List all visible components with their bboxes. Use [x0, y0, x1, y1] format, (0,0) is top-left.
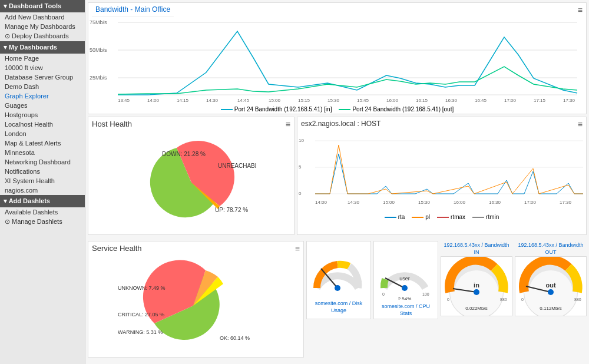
svg-text:15:30: 15:30	[327, 98, 340, 103]
svg-text:16:30: 16:30	[445, 98, 458, 103]
sidebar-item-xisystem[interactable]: XI System Health	[0, 176, 85, 186]
sidebar-item-map[interactable]: Map & Latest Alerts	[0, 138, 85, 148]
svg-text:14:00: 14:00	[147, 98, 160, 103]
svg-text:14:15: 14:15	[177, 98, 189, 103]
svg-text:17:15: 17:15	[534, 98, 546, 103]
sidebar-item-add-dashboard[interactable]: Add New Dashboard	[0, 12, 85, 22]
svg-text:15:45: 15:45	[357, 98, 369, 103]
sidebar-item-graphexplorer[interactable]: Graph Explorer	[0, 91, 85, 101]
sidebar: ▾ Dashboard Tools Add New Dashboard Mana…	[0, 0, 85, 364]
my-dashboards-label: My Dashboards	[9, 44, 57, 51]
sidebar-item-dbgroup[interactable]: Database Server Group	[0, 72, 85, 82]
legend-in-line	[221, 109, 233, 110]
sidebar-item-minnesota[interactable]: Minnesota	[0, 148, 85, 157]
bw-out-title: 192.168.5.43xx / Bandwidth OUT	[518, 242, 583, 255]
sidebar-item-guages[interactable]: Guages	[0, 101, 85, 110]
esx-menu[interactable]: ≡	[578, 120, 583, 129]
esx-title: esx2.nagios.local : HOST	[301, 120, 380, 128]
bw-in-title: 192.168.5.43xx / Bandwidth IN	[444, 242, 509, 255]
middle-row: Host Health ≡ UNREACHABLE: 0 % DOWN: 21.…	[88, 117, 587, 239]
sidebar-item-homepage[interactable]: Home Page	[0, 54, 85, 63]
bandwidth-title: Bandwidth - Main Office	[92, 3, 174, 16]
sidebar-item-hostgroups[interactable]: Hostgroups	[0, 110, 85, 120]
rta-label: rta	[398, 214, 405, 220]
disk-link[interactable]: somesite.com / Disk Usage	[315, 300, 363, 313]
svg-text:17:30: 17:30	[560, 200, 572, 205]
svg-text:0: 0	[447, 297, 449, 302]
svg-text:OK: 60.14 %: OK: 60.14 %	[220, 335, 250, 341]
cpu-gauge-svg: user 0 100 2.54%	[375, 244, 434, 300]
svg-text:UP: 78.72 %: UP: 78.72 %	[215, 207, 248, 213]
host-health-menu[interactable]: ≡	[286, 120, 290, 129]
svg-text:50Mb/s: 50Mb/s	[90, 47, 107, 53]
svg-point-51	[402, 285, 408, 291]
sidebar-item-10000ft[interactable]: 10000 ft view	[0, 63, 85, 72]
sidebar-section-tools[interactable]: ▾ Dashboard Tools	[0, 0, 85, 12]
sidebar-item-available-dashlets[interactable]: Available Dashlets	[0, 207, 85, 217]
svg-text:out: out	[545, 282, 555, 289]
sidebar-item-london[interactable]: London	[0, 129, 85, 138]
svg-text:15:30: 15:30	[418, 200, 431, 205]
bw-gauges-col: 192.168.5.43xx / Bandwidth IN 192.168.5.…	[441, 241, 587, 323]
svg-text:880: 880	[500, 297, 507, 302]
svg-text:15:00: 15:00	[383, 200, 395, 205]
svg-text:0.112Mb/s: 0.112Mb/s	[540, 306, 561, 311]
sidebar-item-demodash[interactable]: Demo Dash	[0, 82, 85, 91]
legend-rtmin: rtmin	[472, 214, 499, 220]
sidebar-item-manage-dashboards[interactable]: Manage My Dashboards	[0, 22, 85, 31]
sidebar-section-my-dashboards[interactable]: ▾ My Dashboards	[0, 41, 85, 54]
sidebar-item-localhost[interactable]: Localhost Health	[0, 120, 85, 129]
tools-items: Add New Dashboard Manage My Dashboards ⊙…	[0, 12, 85, 41]
svg-text:0: 0	[382, 292, 385, 296]
sidebar-item-deploy-dashboards[interactable]: ⊙ Deploy Dashboards	[0, 31, 85, 41]
section-arrow: ▾	[4, 2, 9, 9]
rtmin-label: rtmin	[486, 214, 499, 220]
service-health-panel: Service Health ≡ UNKNOWN: 7.49 % CRITIC	[88, 241, 304, 358]
svg-text:16:00: 16:00	[454, 200, 466, 205]
svg-text:880: 880	[574, 297, 581, 302]
bw-out-gauge: out 0 880 0.112Mb/s	[515, 257, 586, 316]
esx-panel: esx2.nagios.local : HOST ≡ 10 5 0 ms % m…	[297, 117, 587, 235]
svg-text:UNKNOWN: 7.49 %: UNKNOWN: 7.49 %	[118, 285, 166, 291]
svg-text:CRITICAL: 27.05 %: CRITICAL: 27.05 %	[118, 312, 164, 317]
bw-in-gauge-panel: in 0 880 0.022Mb/s	[441, 256, 512, 316]
svg-text:16:30: 16:30	[489, 200, 501, 205]
svg-text:14:00: 14:00	[315, 200, 327, 205]
svg-text:100: 100	[422, 292, 429, 296]
svg-text:13:45: 13:45	[118, 98, 130, 103]
disk-gauge-panel: 80318 106621MB somesite.com / Disk Usage	[306, 241, 371, 319]
dashboard-items: Home Page 10000 ft view Database Server …	[0, 54, 85, 195]
sidebar-item-notifications[interactable]: Notifications	[0, 167, 85, 176]
svg-text:UNREACHABLE: 0 %: UNREACHABLE: 0 %	[218, 163, 256, 169]
legend-out-label: Port 24 Bandwidth (192.168.5.41) [out]	[352, 106, 454, 112]
bandwidth-menu[interactable]: ≡	[578, 5, 583, 15]
bw-gauges-row: in 0 880 0.022Mb/s	[441, 256, 587, 320]
svg-text:16:45: 16:45	[475, 98, 487, 103]
sidebar-item-networking[interactable]: Networking Dashboard	[0, 157, 85, 167]
bw-titles-row: 192.168.5.43xx / Bandwidth IN 192.168.5.…	[441, 241, 587, 255]
svg-text:WARNING: 5.31 %: WARNING: 5.31 %	[118, 329, 163, 335]
bandwidth-legend: Port 24 Bandwidth (192.168.5.41) [in] Po…	[88, 105, 586, 114]
bw-out-gauge-panel: out 0 880 0.112Mb/s	[515, 256, 587, 316]
add-dashlets-label: Add Dashlets	[9, 197, 50, 204]
pl-label: pl	[425, 214, 430, 220]
sidebar-item-nagios[interactable]: nagios.com	[0, 186, 85, 195]
service-health-title: Service Health	[92, 244, 142, 253]
host-health-panel: Host Health ≡ UNREACHABLE: 0 % DOWN: 21.…	[88, 117, 294, 235]
sidebar-section-dashlets[interactable]: ▾ Add Dashlets	[0, 195, 85, 207]
svg-text:2.54%: 2.54%	[398, 296, 412, 300]
svg-point-47	[335, 285, 340, 291]
svg-text:15:00: 15:00	[269, 98, 281, 103]
svg-text:80318: 80318	[331, 296, 345, 297]
svg-text:0.022Mb/s: 0.022Mb/s	[465, 306, 487, 311]
rta-line	[385, 217, 396, 218]
cpu-link[interactable]: somesite.com / CPU Stats	[382, 303, 430, 316]
svg-text:17:00: 17:00	[524, 200, 537, 205]
host-health-title: Host Health	[92, 120, 132, 128]
legend-pl: pl	[412, 214, 430, 220]
rtmax-line	[437, 217, 449, 218]
sidebar-item-manage-dashlets[interactable]: ⊙ Manage Dashlets	[0, 217, 85, 227]
svg-text:17:00: 17:00	[504, 98, 517, 103]
service-health-menu[interactable]: ≡	[295, 244, 300, 253]
cpu-gauge-panel: user 0 100 2.54% somesite.com / CPU Stat…	[373, 241, 438, 319]
